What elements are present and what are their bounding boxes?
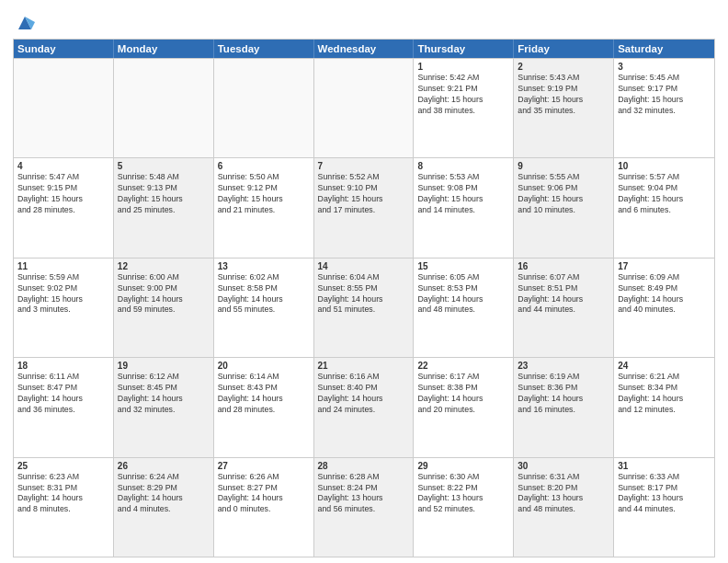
calendar-cell-day-30: 30Sunrise: 6:31 AM Sunset: 8:20 PM Dayli… <box>514 458 614 557</box>
day-number: 6 <box>218 161 310 171</box>
calendar-cell-day-20: 20Sunrise: 6:14 AM Sunset: 8:43 PM Dayli… <box>214 358 314 456</box>
cell-info: Sunrise: 6:28 AM Sunset: 8:24 PM Dayligh… <box>318 472 410 516</box>
calendar-row-3: 18Sunrise: 6:11 AM Sunset: 8:47 PM Dayli… <box>14 357 714 456</box>
header-day-tuesday: Tuesday <box>214 40 314 58</box>
cell-info: Sunrise: 5:55 AM Sunset: 9:06 PM Dayligh… <box>518 172 609 216</box>
calendar-row-2: 11Sunrise: 5:59 AM Sunset: 9:02 PM Dayli… <box>14 258 714 357</box>
calendar-cell-day-31: 31Sunrise: 6:33 AM Sunset: 8:17 PM Dayli… <box>614 458 714 557</box>
calendar-row-4: 25Sunrise: 6:23 AM Sunset: 8:31 PM Dayli… <box>14 457 714 557</box>
cell-info: Sunrise: 6:09 AM Sunset: 8:49 PM Dayligh… <box>618 272 711 316</box>
calendar-header: SundayMondayTuesdayWednesdayThursdayFrid… <box>14 40 714 58</box>
day-number: 2 <box>518 62 609 72</box>
calendar-row-0: 1Sunrise: 5:42 AM Sunset: 9:21 PM Daylig… <box>14 58 714 157</box>
header-day-thursday: Thursday <box>414 40 514 58</box>
cell-info: Sunrise: 5:48 AM Sunset: 9:13 PM Dayligh… <box>118 172 210 216</box>
calendar-cell-day-3: 3Sunrise: 5:45 AM Sunset: 9:17 PM Daylig… <box>614 59 714 157</box>
calendar-cell-day-26: 26Sunrise: 6:24 AM Sunset: 8:29 PM Dayli… <box>114 458 214 557</box>
calendar-cell-day-13: 13Sunrise: 6:02 AM Sunset: 8:58 PM Dayli… <box>214 259 314 357</box>
cell-info: Sunrise: 5:53 AM Sunset: 9:08 PM Dayligh… <box>417 172 509 216</box>
calendar-body: 1Sunrise: 5:42 AM Sunset: 9:21 PM Daylig… <box>14 58 714 557</box>
calendar-cell-day-4: 4Sunrise: 5:47 AM Sunset: 9:15 PM Daylig… <box>14 158 114 257</box>
calendar-cell-day-14: 14Sunrise: 6:04 AM Sunset: 8:55 PM Dayli… <box>314 259 415 357</box>
cell-info: Sunrise: 6:00 AM Sunset: 9:00 PM Dayligh… <box>118 272 210 316</box>
cell-info: Sunrise: 6:26 AM Sunset: 8:27 PM Dayligh… <box>218 472 310 516</box>
calendar-cell-empty <box>214 59 314 157</box>
calendar: SundayMondayTuesdayWednesdayThursdayFrid… <box>13 39 715 557</box>
calendar-cell-day-15: 15Sunrise: 6:05 AM Sunset: 8:53 PM Dayli… <box>414 259 514 357</box>
day-number: 29 <box>417 461 509 471</box>
logo-icon <box>15 13 35 33</box>
calendar-cell-day-12: 12Sunrise: 6:00 AM Sunset: 9:00 PM Dayli… <box>114 259 214 357</box>
calendar-cell-day-28: 28Sunrise: 6:28 AM Sunset: 8:24 PM Dayli… <box>314 458 415 557</box>
calendar-cell-day-8: 8Sunrise: 5:53 AM Sunset: 9:08 PM Daylig… <box>414 158 514 257</box>
day-number: 23 <box>518 361 609 371</box>
day-number: 24 <box>618 361 711 371</box>
calendar-cell-day-10: 10Sunrise: 5:57 AM Sunset: 9:04 PM Dayli… <box>614 158 714 257</box>
calendar-cell-empty <box>14 59 114 157</box>
cell-info: Sunrise: 5:52 AM Sunset: 9:10 PM Dayligh… <box>318 172 410 216</box>
cell-info: Sunrise: 6:23 AM Sunset: 8:31 PM Dayligh… <box>17 472 109 516</box>
cell-info: Sunrise: 5:47 AM Sunset: 9:15 PM Dayligh… <box>17 172 109 216</box>
cell-info: Sunrise: 5:50 AM Sunset: 9:12 PM Dayligh… <box>218 172 310 216</box>
cell-info: Sunrise: 6:04 AM Sunset: 8:55 PM Dayligh… <box>318 272 410 316</box>
day-number: 25 <box>17 461 109 471</box>
cell-info: Sunrise: 6:14 AM Sunset: 8:43 PM Dayligh… <box>218 372 310 416</box>
calendar-cell-day-9: 9Sunrise: 5:55 AM Sunset: 9:06 PM Daylig… <box>514 158 614 257</box>
day-number: 26 <box>118 461 210 471</box>
calendar-row-1: 4Sunrise: 5:47 AM Sunset: 9:15 PM Daylig… <box>14 157 714 257</box>
day-number: 16 <box>518 261 609 271</box>
day-number: 9 <box>518 161 609 171</box>
day-number: 15 <box>417 261 509 271</box>
calendar-cell-day-21: 21Sunrise: 6:16 AM Sunset: 8:40 PM Dayli… <box>314 358 415 456</box>
header-day-saturday: Saturday <box>614 40 714 58</box>
day-number: 8 <box>417 161 509 171</box>
calendar-cell-day-27: 27Sunrise: 6:26 AM Sunset: 8:27 PM Dayli… <box>214 458 314 557</box>
day-number: 1 <box>417 62 509 72</box>
cell-info: Sunrise: 5:45 AM Sunset: 9:17 PM Dayligh… <box>618 73 711 117</box>
calendar-cell-day-2: 2Sunrise: 5:43 AM Sunset: 9:19 PM Daylig… <box>514 59 614 157</box>
cell-info: Sunrise: 6:02 AM Sunset: 8:58 PM Dayligh… <box>218 272 310 316</box>
cell-info: Sunrise: 6:05 AM Sunset: 8:53 PM Dayligh… <box>417 272 509 316</box>
header <box>13 9 715 33</box>
calendar-cell-day-25: 25Sunrise: 6:23 AM Sunset: 8:31 PM Dayli… <box>14 458 114 557</box>
cell-info: Sunrise: 6:12 AM Sunset: 8:45 PM Dayligh… <box>118 372 210 416</box>
calendar-cell-day-24: 24Sunrise: 6:21 AM Sunset: 8:34 PM Dayli… <box>614 358 714 456</box>
calendar-cell-day-23: 23Sunrise: 6:19 AM Sunset: 8:36 PM Dayli… <box>514 358 614 456</box>
header-day-wednesday: Wednesday <box>314 40 415 58</box>
day-number: 28 <box>318 461 410 471</box>
day-number: 17 <box>618 261 711 271</box>
day-number: 13 <box>218 261 310 271</box>
calendar-cell-empty <box>314 59 415 157</box>
calendar-cell-day-1: 1Sunrise: 5:42 AM Sunset: 9:21 PM Daylig… <box>414 59 514 157</box>
day-number: 30 <box>518 461 609 471</box>
calendar-cell-day-19: 19Sunrise: 6:12 AM Sunset: 8:45 PM Dayli… <box>114 358 214 456</box>
cell-info: Sunrise: 6:30 AM Sunset: 8:22 PM Dayligh… <box>417 472 509 516</box>
logo <box>13 13 35 33</box>
page: SundayMondayTuesdayWednesdayThursdayFrid… <box>0 0 728 563</box>
cell-info: Sunrise: 6:21 AM Sunset: 8:34 PM Dayligh… <box>618 372 711 416</box>
day-number: 5 <box>118 161 210 171</box>
day-number: 18 <box>17 361 109 371</box>
calendar-cell-day-11: 11Sunrise: 5:59 AM Sunset: 9:02 PM Dayli… <box>14 259 114 357</box>
cell-info: Sunrise: 6:16 AM Sunset: 8:40 PM Dayligh… <box>318 372 410 416</box>
day-number: 22 <box>417 361 509 371</box>
calendar-cell-day-6: 6Sunrise: 5:50 AM Sunset: 9:12 PM Daylig… <box>214 158 314 257</box>
cell-info: Sunrise: 6:31 AM Sunset: 8:20 PM Dayligh… <box>518 472 609 516</box>
day-number: 10 <box>618 161 711 171</box>
calendar-cell-day-5: 5Sunrise: 5:48 AM Sunset: 9:13 PM Daylig… <box>114 158 214 257</box>
header-day-friday: Friday <box>514 40 614 58</box>
calendar-cell-day-29: 29Sunrise: 6:30 AM Sunset: 8:22 PM Dayli… <box>414 458 514 557</box>
cell-info: Sunrise: 5:42 AM Sunset: 9:21 PM Dayligh… <box>417 73 509 117</box>
day-number: 14 <box>318 261 410 271</box>
day-number: 21 <box>318 361 410 371</box>
calendar-cell-day-17: 17Sunrise: 6:09 AM Sunset: 8:49 PM Dayli… <box>614 259 714 357</box>
header-day-monday: Monday <box>114 40 214 58</box>
calendar-cell-empty <box>114 59 214 157</box>
cell-info: Sunrise: 6:07 AM Sunset: 8:51 PM Dayligh… <box>518 272 609 316</box>
calendar-cell-day-16: 16Sunrise: 6:07 AM Sunset: 8:51 PM Dayli… <box>514 259 614 357</box>
calendar-cell-day-22: 22Sunrise: 6:17 AM Sunset: 8:38 PM Dayli… <box>414 358 514 456</box>
cell-info: Sunrise: 5:59 AM Sunset: 9:02 PM Dayligh… <box>17 272 109 316</box>
day-number: 12 <box>118 261 210 271</box>
calendar-cell-day-18: 18Sunrise: 6:11 AM Sunset: 8:47 PM Dayli… <box>14 358 114 456</box>
cell-info: Sunrise: 6:24 AM Sunset: 8:29 PM Dayligh… <box>118 472 210 516</box>
